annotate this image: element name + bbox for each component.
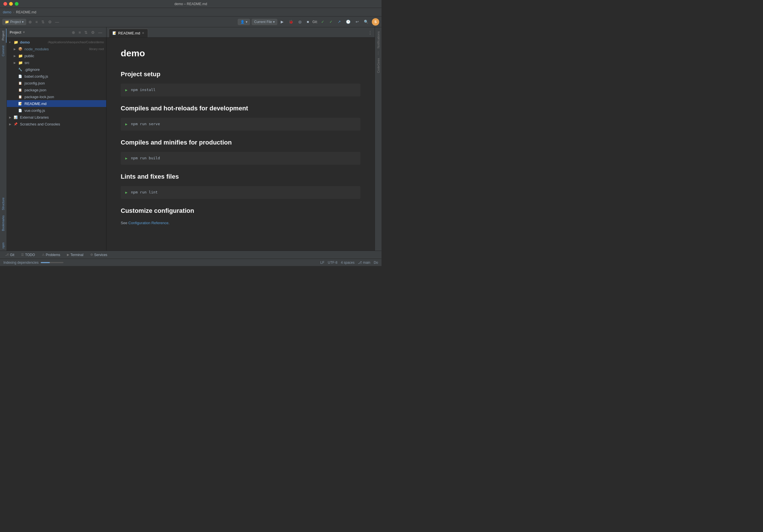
file-panel-title: Project [10,31,21,35]
sort-files-button[interactable]: ≡ [77,30,82,35]
close-button[interactable] [3,2,7,6]
branch-label[interactable]: ⎇ main [358,261,370,265]
file-panel-header: Project ▾ ⊕ ≡ ⇅ ⚙ — [7,27,106,38]
list-item[interactable]: 📋 jsconfig.json [7,80,106,86]
current-file-dropdown[interactable]: Current File ▾ [252,19,277,25]
list-item[interactable]: ▶ 📁 public [7,52,106,59]
tree-root-label: demo [20,40,46,44]
tab-readme[interactable]: 📝 README.md ✕ [109,29,148,37]
git-check-button[interactable]: ✓ [319,19,326,25]
avatar[interactable]: S [372,18,379,26]
git-label: Git: [312,20,318,24]
collapse-all-files-button[interactable]: ⊕ [70,30,76,35]
debug-button[interactable]: 🐞 [287,19,295,25]
code-arrow-icon: ▶ [125,190,128,195]
breadcrumb-file[interactable]: README.md [16,10,36,14]
markdown-h1: demo [121,46,361,60]
right-sidebar: Notifications CodeGeex [375,27,382,251]
configuration-reference-link[interactable]: Configuration Reference [128,221,168,225]
sidebar-item-commit[interactable]: Commit [0,43,7,58]
list-item[interactable]: 📄 babel.config.js [7,73,106,80]
main-toolbar: 📁 Project ▾ ⊕ ≡ ⇅ ⚙ — 👤▾ Current File ▾ … [0,17,382,27]
code-arrow-icon: ▶ [125,156,128,161]
filter-files-button[interactable]: ⇅ [83,30,89,35]
bottom-tab-git[interactable]: ⎇ Git [2,252,17,258]
list-item[interactable]: ▶ 📦 node_modules library root [7,45,106,52]
bottom-tab-services[interactable]: ⚙ Services [87,252,110,258]
minimize-button[interactable] [9,2,13,6]
collapse-all-button[interactable]: ⊕ [27,19,33,25]
sidebar-item-npm[interactable]: npm [0,240,7,251]
breadcrumb: demo › README.md [0,8,382,17]
code-arrow-icon: ▶ [125,88,128,92]
lf-label[interactable]: LF [320,261,324,265]
user-dropdown[interactable]: 👤▾ [238,19,250,25]
tab-readme-label: README.md [118,31,140,35]
markdown-section-1-h2: Compiles and hot-reloads for development [121,103,361,113]
indexing-label: Indexing dependencies [3,261,39,265]
do-label[interactable]: Do [374,261,378,265]
list-item[interactable]: 📄 vue.config.js [7,107,106,114]
tab-more-button[interactable]: ⋮ [368,30,373,37]
tree-scratches-consoles[interactable]: ▶ 📌 Scratches and Consoles [7,121,106,128]
sidebar-item-bookmarks[interactable]: Bookmarks [0,213,7,233]
maximize-button[interactable] [15,2,19,6]
progress-bar [41,262,63,263]
file-panel-dropdown-arrow[interactable]: ▾ [23,31,25,34]
bottom-tab-todo[interactable]: ☰ TODO [18,252,38,258]
close-panel-button[interactable]: — [54,19,60,25]
git-check2-button[interactable]: ✓ [328,19,334,25]
breadcrumb-separator: › [13,10,14,14]
tree-external-libraries[interactable]: ▶ 📊 External Libraries [7,114,106,121]
filter-button[interactable]: ⇅ [40,19,46,25]
markdown-content: demo Project setup ▶ npm install Compile… [106,38,375,251]
code-block-install: ▶ npm install [121,84,361,96]
list-item-readme[interactable]: 📝 README.md [7,100,106,107]
toolbar-left: 📁 Project ▾ ⊕ ≡ ⇅ ⚙ — [2,19,237,25]
code-block-lint: ▶ npm run lint [121,186,361,199]
traffic-lights [3,2,19,6]
todo-icon: ☰ [21,253,24,257]
git-history-button[interactable]: 🕐 [344,19,352,25]
settings-files-button[interactable]: ⚙ [90,30,96,35]
tree-root[interactable]: ▾ 📁 demo /Applications/shaoqunchao/Codes… [7,39,106,45]
encoding-label[interactable]: UTF-8 [328,261,337,265]
list-item[interactable]: ▶ 📁 src [7,59,106,66]
coverage-button[interactable]: ◎ [297,19,303,25]
indexing-progress: Indexing dependencies [3,261,63,265]
git-push-button[interactable]: ↗ [336,19,343,25]
right-tab-codegex[interactable]: CodeGeex [376,56,381,75]
spaces-label[interactable]: 4 spaces [341,261,355,265]
window-title: demo – README.md [174,2,207,6]
file-panel-tools: ⊕ ≡ ⇅ ⚙ — [70,30,103,35]
sort-button[interactable]: ≡ [34,19,39,25]
run-button[interactable]: ▶ [279,19,285,25]
close-files-button[interactable]: — [97,30,103,35]
list-item[interactable]: 📋 package.json [7,86,106,93]
list-item[interactable]: 📋 package-lock.json [7,93,106,100]
tab-bar: 📝 README.md ✕ ⋮ [106,27,375,38]
status-right: LF UTF-8 4 spaces ⎇ main Do [320,261,378,265]
markdown-section-3-h2: Lints and fixes files [121,172,361,182]
search-button[interactable]: 🔍 [362,19,370,25]
sidebar-item-project[interactable]: Project [0,29,7,43]
bottom-tab-terminal[interactable]: ▶ Terminal [64,252,86,258]
list-item[interactable]: 🔧 .gitignore [7,66,106,73]
code-serve: npm run serve [131,121,160,127]
toolbar-right: 👤▾ Current File ▾ ▶ 🐞 ◎ ■ Git: ✓ ✓ ↗ 🕐 ↩… [238,18,379,26]
settings-button[interactable]: ⚙ [47,19,53,25]
file-tree: ▾ 📁 demo /Applications/shaoqunchao/Codes… [7,38,106,251]
right-tab-notifications[interactable]: Notifications [376,30,381,50]
tab-close-button[interactable]: ✕ [142,31,144,35]
bottom-tab-problems[interactable]: ⚠ Problems [39,252,63,258]
undo-button[interactable]: ↩ [354,19,361,25]
markdown-section-0-h2: Project setup [121,69,361,79]
project-dropdown[interactable]: 📁 Project ▾ [2,19,26,25]
breadcrumb-project[interactable]: demo [3,10,11,14]
branch-icon: ⎇ [358,261,362,265]
editor-area: 📝 README.md ✕ ⋮ demo Project setup ▶ npm… [106,27,375,251]
sidebar-item-structure[interactable]: Structure [0,195,7,213]
markdown-section-4-h2: Customize configuration [121,206,361,216]
stop-button[interactable]: ■ [305,19,311,25]
title-bar: demo – README.md [0,0,382,8]
